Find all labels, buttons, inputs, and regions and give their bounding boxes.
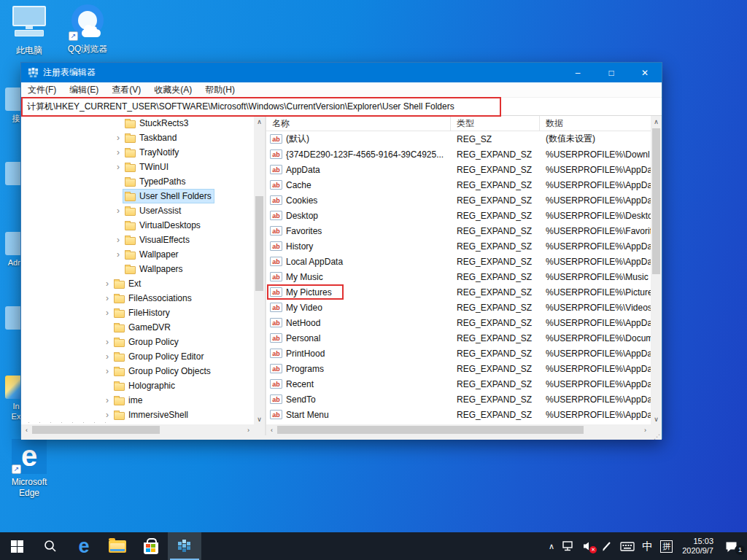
expand-chevron-icon[interactable]: › [102, 352, 112, 361]
registry-value-row-programs[interactable]: abProgramsREG_EXPAND_SZ%USERPROFILE%\App… [266, 361, 651, 376]
scroll-right-icon[interactable]: › [640, 424, 651, 435]
start-button[interactable] [0, 532, 34, 560]
registry-value-row-personal[interactable]: abPersonalREG_EXPAND_SZ%USERPROFILE%\Doc… [266, 330, 651, 346]
registry-value-row-sendto[interactable]: abSendToREG_EXPAND_SZ%USERPROFILE%\AppDa [266, 392, 651, 407]
scroll-down-icon[interactable]: ∨ [651, 413, 662, 424]
registry-value-row-cookies[interactable]: abCookiesREG_EXPAND_SZ%USERPROFILE%\AppD… [266, 192, 651, 208]
expand-chevron-icon[interactable]: › [113, 163, 123, 171]
tree-item-stuckrects3[interactable]: StuckRects3 [21, 116, 254, 131]
expand-chevron-icon[interactable]: › [113, 133, 123, 142]
tree-item-holographic[interactable]: Holographic [21, 378, 254, 393]
expand-chevron-icon[interactable]: › [102, 279, 112, 288]
column-header-data[interactable]: 数据 [540, 116, 651, 131]
tree-item-userassist[interactable]: ›UserAssist [21, 203, 254, 218]
expand-chevron-icon[interactable]: › [102, 396, 112, 405]
column-header-type[interactable]: 类型 [451, 116, 540, 131]
network-icon[interactable] [558, 532, 578, 560]
registry-value-row-desktop[interactable]: abDesktopREG_EXPAND_SZ%USERPROFILE%\Desk… [266, 208, 651, 223]
tree-item-taskband[interactable]: ›Taskband [21, 131, 254, 145]
tree-item-group-policy[interactable]: ›Group Policy [21, 335, 254, 349]
close-button[interactable]: ✕ [628, 63, 662, 82]
minimize-button[interactable]: – [561, 63, 595, 82]
scroll-left-icon[interactable]: ‹ [21, 424, 32, 435]
address-bar[interactable]: 计算机\HKEY_CURRENT_USER\SOFTWARE\Microsoft… [21, 98, 662, 115]
tree-item-fileassociations[interactable]: ›FileAssociations [21, 291, 254, 306]
taskbar-store-button[interactable] [134, 532, 168, 560]
registry-value-row-my-pictures[interactable]: abMy PicturesREG_EXPAND_SZ%USERPROFILE%\… [266, 284, 651, 300]
registry-value-row-my-video[interactable]: abMy VideoREG_EXPAND_SZ%USERPROFILE%\Vid… [266, 300, 651, 315]
tree-item-group-policy-objects[interactable]: ›Group Policy Objects [21, 364, 254, 378]
registry-value-row-favorites[interactable]: abFavoritesREG_EXPAND_SZ%USERPROFILE%\Fa… [266, 223, 651, 238]
taskbar-edge-button[interactable]: e [67, 532, 101, 560]
action-center-button[interactable]: 1 [719, 532, 744, 560]
tree-vertical-scrollbar[interactable]: ∧ ∨ [254, 116, 265, 424]
desktop-icon-microsoft-edge[interactable]: e ↗ Microsoft Edge [1, 439, 57, 499]
tree-item-wallpaper[interactable]: ›Wallpaper [21, 247, 254, 262]
tree-item-traynotify[interactable]: ›TrayNotify [21, 145, 254, 160]
registry-value-row-my-music[interactable]: abMy MusicREG_EXPAND_SZ%USERPROFILE%\Mus… [266, 269, 651, 284]
taskbar-clock[interactable]: 15:03 2020/9/7 [676, 532, 719, 560]
tree-item-immersiveshell[interactable]: ›ImmersiveShell [21, 408, 254, 422]
scroll-up-icon[interactable]: ∧ [254, 116, 265, 127]
expand-chevron-icon[interactable]: › [102, 294, 112, 303]
registry-value-row-start-menu[interactable]: abStart MenuREG_EXPAND_SZ%USERPROFILE%\A… [266, 407, 651, 422]
search-button[interactable] [34, 532, 67, 560]
tree-item-wallpapers[interactable]: Wallpapers [21, 262, 254, 276]
tray-chevron-up-icon[interactable]: ∧ [545, 532, 558, 560]
expand-chevron-icon[interactable]: › [113, 250, 123, 259]
scrollbar-thumb[interactable] [32, 426, 160, 434]
tree-horizontal-scrollbar[interactable]: ‹ › [21, 424, 254, 435]
desktop-icon-this-pc[interactable]: 此电脑 [1, 6, 57, 56]
tree-item-group-policy-editor[interactable]: ›Group Policy Editor [21, 349, 254, 364]
scrollbar-thumb[interactable] [277, 426, 584, 434]
scroll-right-icon[interactable]: › [243, 424, 254, 435]
expand-chevron-icon[interactable]: › [102, 411, 112, 419]
tree-item-virtualdesktops[interactable]: VirtualDesktops [21, 218, 254, 233]
registry-value-row--[interactable]: ab(默认)REG_SZ(数值未设置) [266, 131, 651, 147]
scroll-down-icon[interactable]: ∨ [254, 413, 265, 424]
menu-item-2[interactable]: 查看(V) [105, 82, 147, 97]
registry-value-row--374de290-123f-4565-9164-39c4925-[interactable]: ab{374DE290-123F-4565-9164-39C4925...REG… [266, 147, 651, 162]
expand-chevron-icon[interactable]: › [113, 206, 123, 215]
expand-chevron-icon[interactable]: › [113, 236, 123, 244]
taskbar-file-explorer-button[interactable] [101, 532, 134, 560]
taskbar-regedit-button[interactable] [168, 532, 201, 560]
title-bar[interactable]: 注册表编辑器 – □ ✕ [21, 63, 662, 82]
windows-ink-pen-icon[interactable] [597, 532, 616, 560]
registry-value-row-appdata[interactable]: abAppDataREG_EXPAND_SZ%USERPROFILE%\AppD… [266, 162, 651, 177]
tree-item-ime[interactable]: ›ime [21, 393, 254, 408]
list-vertical-scrollbar[interactable]: ∧ ∨ [651, 116, 662, 424]
registry-value-row-printhood[interactable]: abPrintHoodREG_EXPAND_SZ%USERPROFILE%\Ap… [266, 346, 651, 361]
expand-chevron-icon[interactable]: › [113, 148, 123, 157]
menu-item-1[interactable]: 编辑(E) [63, 82, 105, 97]
tree-item-gamedvr[interactable]: GameDVR [21, 320, 254, 335]
tree-item-typedpaths[interactable]: TypedPaths [21, 174, 254, 189]
scrollbar-thumb[interactable] [255, 196, 263, 291]
maximize-button[interactable]: □ [595, 63, 628, 82]
ime-language-indicator[interactable]: 中 [638, 532, 657, 560]
tree-item-visualeffects[interactable]: ›VisualEffects [21, 233, 254, 247]
desktop-icon-qq-browser[interactable]: ↗ QQ浏览器 [60, 4, 115, 55]
registry-value-row-cache[interactable]: abCacheREG_EXPAND_SZ%USERPROFILE%\AppDa [266, 177, 651, 192]
list-horizontal-scrollbar[interactable]: ‹ › [266, 424, 651, 435]
volume-muted-icon[interactable]: ✕ [578, 532, 597, 560]
tree-item-filehistory[interactable]: ›FileHistory [21, 306, 254, 320]
column-header-name[interactable]: 名称 [266, 116, 451, 131]
expand-chevron-icon[interactable]: › [102, 308, 112, 317]
ime-mode-indicator[interactable]: 拼 [657, 532, 676, 560]
scrollbar-thumb[interactable] [652, 128, 660, 274]
registry-value-row-local-appdata[interactable]: abLocal AppDataREG_EXPAND_SZ%USERPROFILE… [266, 254, 651, 269]
menu-item-0[interactable]: 文件(F) [21, 82, 63, 97]
expand-chevron-icon[interactable]: › [102, 338, 112, 346]
scroll-left-icon[interactable]: ‹ [266, 424, 277, 435]
menu-item-3[interactable]: 收藏夹(A) [147, 82, 198, 97]
expand-chevron-icon[interactable]: › [102, 367, 112, 376]
tree-item-ext[interactable]: ›Ext [21, 276, 254, 291]
tree-item-twinui[interactable]: ›TWinUI [21, 160, 254, 174]
tree-item-user-shell-folders[interactable]: User Shell Folders [21, 189, 254, 203]
registry-value-row-nethood[interactable]: abNetHoodREG_EXPAND_SZ%USERPROFILE%\AppD… [266, 315, 651, 330]
registry-value-row-history[interactable]: abHistoryREG_EXPAND_SZ%USERPROFILE%\AppD… [266, 238, 651, 254]
scroll-up-icon[interactable]: ∧ [651, 116, 662, 127]
touch-keyboard-icon[interactable] [616, 532, 638, 560]
menu-item-4[interactable]: 帮助(H) [198, 82, 241, 97]
